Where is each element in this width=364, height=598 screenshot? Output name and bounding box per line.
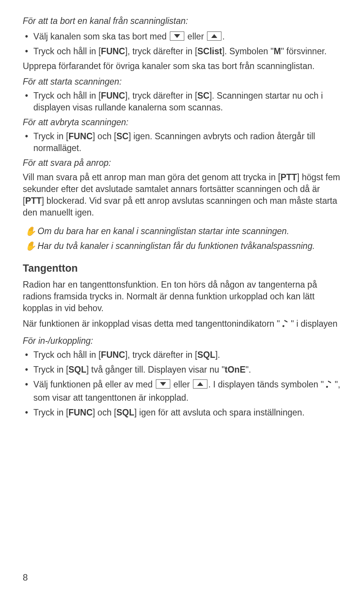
note-text: Om du bara har en kanal i scanninglistan… [38, 226, 289, 236]
list-item: Tryck och håll in [FUNC], tryck därefter… [23, 90, 341, 113]
svg-marker-0 [174, 34, 180, 38]
list-item: Tryck och håll in [FUNC], tryck därefter… [23, 46, 341, 57]
text: eller [185, 31, 206, 41]
down-arrow-icon [156, 379, 170, 389]
text: eller [171, 379, 192, 389]
list-item: Tryck in [FUNC] och [SQL] igen för att a… [23, 407, 341, 419]
list-item: Tryck in [SQL] två gånger till. Displaye… [23, 364, 341, 376]
text: Välj kanalen som ska tas bort med [33, 31, 169, 41]
section-answer-call-head: För att svara på anrop: [23, 157, 341, 169]
paragraph: Upprepa förfarandet för övriga kanaler s… [23, 60, 341, 72]
down-arrow-icon [170, 31, 184, 41]
heading-tangentton: Tangentton [23, 263, 341, 274]
paragraph: När funktionen är inkopplad visas detta … [23, 318, 341, 331]
text: Tryck och håll in [FUNC], tryck därefter… [33, 350, 220, 360]
hand-icon: ✋ [25, 241, 36, 251]
up-arrow-icon [193, 379, 207, 389]
text: Tryck och håll in [FUNC], tryck därefter… [33, 91, 323, 112]
svg-marker-3 [197, 382, 203, 386]
note-item: ✋Om du bara har en kanal i scanninglista… [23, 225, 341, 237]
page-number: 8 [23, 572, 28, 583]
list-item: Tryck in [FUNC] och [SC] igen. Scanninge… [23, 131, 341, 154]
section-remove-channel-head: För att ta bort en kanal från scanningli… [23, 15, 341, 27]
text: Tryck in [FUNC] och [SC] igen. Scanninge… [33, 131, 315, 153]
section-stop-scan-head: För att avbryta scanningen: [23, 116, 341, 128]
svg-marker-2 [160, 382, 166, 386]
text: Tryck in [FUNC] och [SQL] igen för att a… [33, 408, 304, 417]
text: Välj funktionen på eller av med [33, 379, 155, 389]
music-note-icon [326, 380, 332, 392]
text: Tryck in [SQL] två gånger till. Displaye… [33, 365, 251, 375]
paragraph: Radion har en tangenttonsfunktion. En to… [23, 279, 341, 314]
section-toggle-head: För in-/urkoppling: [23, 335, 341, 347]
text: Tryck och håll in [FUNC], tryck därefter… [33, 46, 326, 56]
hand-icon: ✋ [25, 226, 36, 236]
note-text: Har du två kanaler i scanninglistan får … [38, 241, 315, 251]
section-start-scan-head: För att starta scanningen: [23, 76, 341, 88]
text: . I displayen tänds symbolen " [208, 379, 326, 389]
paragraph: Vill man svara på ett anrop man man göra… [23, 172, 341, 219]
text: " i displayen [289, 319, 338, 329]
list-item: Välj kanalen som ska tas bort med eller … [23, 31, 341, 42]
list-item: Välj funktionen på eller av med eller . … [23, 379, 341, 404]
note-item: ✋Har du två kanaler i scanninglistan får… [23, 240, 341, 252]
list-item: Tryck och håll in [FUNC], tryck därefter… [23, 349, 341, 361]
text: När funktionen är inkopplad visas detta … [23, 319, 282, 329]
music-note-icon [282, 319, 289, 331]
svg-marker-1 [211, 34, 217, 38]
up-arrow-icon [207, 31, 221, 41]
text: . [222, 31, 224, 41]
